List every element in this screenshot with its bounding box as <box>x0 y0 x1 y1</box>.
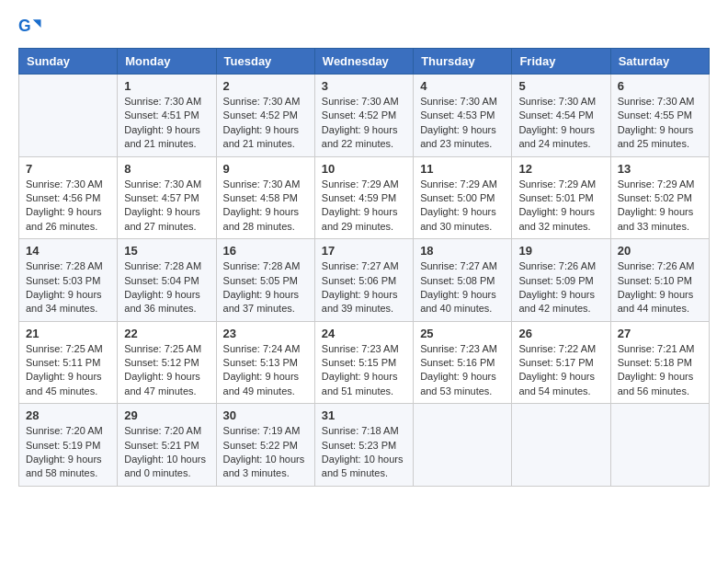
calendar-day-header: Tuesday <box>216 49 314 75</box>
day-info: Sunrise: 7:25 AM Sunset: 5:12 PM Dayligh… <box>124 342 209 399</box>
calendar-day-header: Saturday <box>610 49 709 75</box>
day-info: Sunrise: 7:22 AM Sunset: 5:17 PM Dayligh… <box>518 342 603 399</box>
calendar-cell: 30Sunrise: 7:19 AM Sunset: 5:22 PM Dayli… <box>216 404 314 487</box>
day-info: Sunrise: 7:19 AM Sunset: 5:22 PM Dayligh… <box>223 424 308 481</box>
day-number: 24 <box>322 327 406 340</box>
calendar-cell: 26Sunrise: 7:22 AM Sunset: 5:17 PM Dayli… <box>512 321 610 404</box>
day-info: Sunrise: 7:30 AM Sunset: 4:58 PM Dayligh… <box>223 178 308 235</box>
day-number: 8 <box>124 162 209 176</box>
calendar-cell <box>512 404 610 487</box>
calendar-cell: 5Sunrise: 7:30 AM Sunset: 4:54 PM Daylig… <box>512 75 610 157</box>
day-info: Sunrise: 7:20 AM Sunset: 5:19 PM Dayligh… <box>26 424 110 481</box>
day-info: Sunrise: 7:27 AM Sunset: 5:06 PM Dayligh… <box>322 259 406 316</box>
calendar-week-row: 14Sunrise: 7:28 AM Sunset: 5:03 PM Dayli… <box>19 239 710 322</box>
day-number: 16 <box>223 244 308 258</box>
calendar-cell: 3Sunrise: 7:30 AM Sunset: 4:52 PM Daylig… <box>314 75 413 157</box>
calendar-cell: 6Sunrise: 7:30 AM Sunset: 4:55 PM Daylig… <box>610 75 709 157</box>
calendar-table: SundayMondayTuesdayWednesdayThursdayFrid… <box>18 48 710 487</box>
calendar-cell: 9Sunrise: 7:30 AM Sunset: 4:58 PM Daylig… <box>216 156 314 239</box>
logo-icon: G <box>18 15 44 40</box>
calendar-cell <box>19 75 118 157</box>
calendar-cell: 17Sunrise: 7:27 AM Sunset: 5:06 PM Dayli… <box>314 239 413 322</box>
day-info: Sunrise: 7:30 AM Sunset: 4:56 PM Dayligh… <box>26 178 110 235</box>
calendar-header-row: SundayMondayTuesdayWednesdayThursdayFrid… <box>19 49 710 75</box>
calendar-week-row: 7Sunrise: 7:30 AM Sunset: 4:56 PM Daylig… <box>19 156 710 239</box>
day-info: Sunrise: 7:28 AM Sunset: 5:04 PM Dayligh… <box>124 259 209 316</box>
calendar-cell: 2Sunrise: 7:30 AM Sunset: 4:52 PM Daylig… <box>216 75 314 157</box>
calendar-week-row: 21Sunrise: 7:25 AM Sunset: 5:11 PM Dayli… <box>19 321 710 404</box>
calendar-cell <box>414 404 512 487</box>
calendar-cell: 29Sunrise: 7:20 AM Sunset: 5:21 PM Dayli… <box>118 404 216 487</box>
calendar-cell: 28Sunrise: 7:20 AM Sunset: 5:19 PM Dayli… <box>19 404 118 487</box>
day-info: Sunrise: 7:23 AM Sunset: 5:15 PM Dayligh… <box>322 342 406 399</box>
day-number: 13 <box>618 162 702 176</box>
day-number: 7 <box>26 162 110 176</box>
day-number: 17 <box>322 244 406 258</box>
day-info: Sunrise: 7:29 AM Sunset: 5:01 PM Dayligh… <box>518 178 603 235</box>
day-info: Sunrise: 7:29 AM Sunset: 5:00 PM Dayligh… <box>420 178 505 235</box>
calendar-cell: 13Sunrise: 7:29 AM Sunset: 5:02 PM Dayli… <box>610 156 709 239</box>
day-number: 23 <box>223 327 308 340</box>
calendar-cell: 8Sunrise: 7:30 AM Sunset: 4:57 PM Daylig… <box>118 156 216 239</box>
calendar-day-header: Friday <box>512 49 610 75</box>
calendar-cell: 24Sunrise: 7:23 AM Sunset: 5:15 PM Dayli… <box>314 321 413 404</box>
day-number: 31 <box>322 408 406 422</box>
calendar-day-header: Monday <box>118 49 216 75</box>
day-number: 11 <box>420 162 505 176</box>
calendar-cell: 18Sunrise: 7:27 AM Sunset: 5:08 PM Dayli… <box>414 239 512 322</box>
day-info: Sunrise: 7:28 AM Sunset: 5:05 PM Dayligh… <box>223 259 308 316</box>
day-number: 4 <box>420 79 505 93</box>
day-number: 2 <box>223 79 308 93</box>
day-number: 26 <box>518 327 603 340</box>
day-number: 3 <box>322 79 406 93</box>
calendar-cell: 10Sunrise: 7:29 AM Sunset: 4:59 PM Dayli… <box>314 156 413 239</box>
calendar-cell: 7Sunrise: 7:30 AM Sunset: 4:56 PM Daylig… <box>19 156 118 239</box>
day-number: 6 <box>618 79 702 93</box>
calendar-week-row: 1Sunrise: 7:30 AM Sunset: 4:51 PM Daylig… <box>19 75 710 157</box>
day-number: 20 <box>618 244 702 258</box>
calendar-cell: 21Sunrise: 7:25 AM Sunset: 5:11 PM Dayli… <box>19 321 118 404</box>
day-info: Sunrise: 7:30 AM Sunset: 4:55 PM Dayligh… <box>618 95 702 152</box>
day-number: 9 <box>223 162 308 176</box>
calendar-day-header: Wednesday <box>314 49 413 75</box>
svg-text:G: G <box>18 17 31 35</box>
day-info: Sunrise: 7:30 AM Sunset: 4:51 PM Dayligh… <box>124 95 209 152</box>
calendar-body: 1Sunrise: 7:30 AM Sunset: 4:51 PM Daylig… <box>19 75 710 487</box>
day-number: 27 <box>618 327 702 340</box>
calendar-cell: 23Sunrise: 7:24 AM Sunset: 5:13 PM Dayli… <box>216 321 314 404</box>
day-info: Sunrise: 7:30 AM Sunset: 4:52 PM Dayligh… <box>223 95 308 152</box>
day-info: Sunrise: 7:26 AM Sunset: 5:10 PM Dayligh… <box>618 259 702 316</box>
page-header: G <box>18 15 710 40</box>
day-number: 18 <box>420 244 505 258</box>
day-info: Sunrise: 7:25 AM Sunset: 5:11 PM Dayligh… <box>26 342 110 399</box>
day-number: 28 <box>26 408 110 422</box>
calendar-cell: 19Sunrise: 7:26 AM Sunset: 5:09 PM Dayli… <box>512 239 610 322</box>
day-number: 12 <box>518 162 603 176</box>
calendar-cell: 16Sunrise: 7:28 AM Sunset: 5:05 PM Dayli… <box>216 239 314 322</box>
calendar-cell: 22Sunrise: 7:25 AM Sunset: 5:12 PM Dayli… <box>118 321 216 404</box>
day-info: Sunrise: 7:29 AM Sunset: 4:59 PM Dayligh… <box>322 178 406 235</box>
day-info: Sunrise: 7:27 AM Sunset: 5:08 PM Dayligh… <box>420 259 505 316</box>
day-number: 5 <box>518 79 603 93</box>
day-number: 15 <box>124 244 209 258</box>
logo: G <box>18 15 48 40</box>
day-info: Sunrise: 7:23 AM Sunset: 5:16 PM Dayligh… <box>420 342 505 399</box>
day-number: 14 <box>26 244 110 258</box>
day-number: 10 <box>322 162 406 176</box>
calendar-day-header: Sunday <box>19 49 118 75</box>
day-info: Sunrise: 7:30 AM Sunset: 4:54 PM Dayligh… <box>518 95 603 152</box>
day-info: Sunrise: 7:18 AM Sunset: 5:23 PM Dayligh… <box>322 424 406 481</box>
day-info: Sunrise: 7:29 AM Sunset: 5:02 PM Dayligh… <box>618 178 702 235</box>
calendar-cell: 20Sunrise: 7:26 AM Sunset: 5:10 PM Dayli… <box>610 239 709 322</box>
calendar-cell: 12Sunrise: 7:29 AM Sunset: 5:01 PM Dayli… <box>512 156 610 239</box>
day-info: Sunrise: 7:24 AM Sunset: 5:13 PM Dayligh… <box>223 342 308 399</box>
calendar-cell: 1Sunrise: 7:30 AM Sunset: 4:51 PM Daylig… <box>118 75 216 157</box>
calendar-cell: 25Sunrise: 7:23 AM Sunset: 5:16 PM Dayli… <box>414 321 512 404</box>
day-number: 21 <box>26 327 110 340</box>
day-info: Sunrise: 7:30 AM Sunset: 4:57 PM Dayligh… <box>124 178 209 235</box>
day-number: 19 <box>518 244 603 258</box>
day-info: Sunrise: 7:28 AM Sunset: 5:03 PM Dayligh… <box>26 259 110 316</box>
calendar-cell: 15Sunrise: 7:28 AM Sunset: 5:04 PM Dayli… <box>118 239 216 322</box>
day-info: Sunrise: 7:21 AM Sunset: 5:18 PM Dayligh… <box>618 342 702 399</box>
day-info: Sunrise: 7:30 AM Sunset: 4:52 PM Dayligh… <box>322 95 406 152</box>
